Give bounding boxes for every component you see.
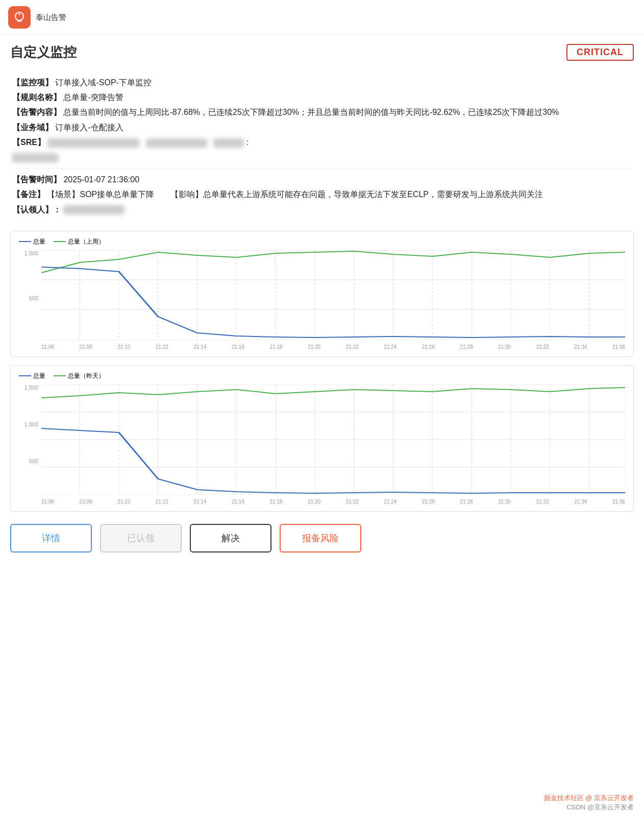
- divider1: [12, 168, 632, 169]
- chart2-legend-yesterday-label: 总量（昨天）: [68, 372, 105, 380]
- alert-content-label: 【告警内容】: [12, 108, 61, 116]
- chart2-container: 总量 总量（昨天） 1,500 1,000 500: [10, 365, 634, 512]
- legend-blue-line: [19, 241, 31, 242]
- legend2-green-line: [54, 375, 66, 376]
- action-buttons-row: 详情 已认领 解决 报备风险: [10, 524, 634, 552]
- remark-label: 【备注】: [12, 190, 45, 199]
- svg-point-1: [19, 14, 20, 15]
- main-content: 自定义监控 CRITICAL 【监控项】 订单接入域-SOP-下单监控 【规则名…: [0, 35, 644, 818]
- remark-value: 【场景】SOP接单总单量下降 【影响】总单量代表上游系统可能存在问题，导致单据无…: [47, 190, 543, 199]
- chart1-y-labels: 1,000 500: [19, 250, 41, 340]
- sre-label: 【SRE】: [12, 138, 45, 147]
- remark-line: 【备注】 【场景】SOP接单总单量下降 【影响】总单量代表上游系统可能存在问题，…: [12, 187, 632, 201]
- sre-value-blurred: [47, 138, 139, 148]
- chart2-svg: [41, 384, 625, 495]
- chart1-legend-total-label: 总量: [33, 237, 45, 246]
- chart1-legend-last-week-label: 总量（上周）: [68, 237, 105, 246]
- resolve-button[interactable]: 解决: [190, 524, 271, 552]
- legend-green-line: [54, 241, 66, 242]
- sre-value-blurred4: [12, 153, 58, 162]
- claimed-button[interactable]: 已认领: [100, 524, 182, 552]
- rule-name-line: 【规则名称】 总单量-突降告警: [12, 90, 632, 104]
- header: 泰山告警: [0, 0, 644, 35]
- claimer-line: 【认领人】：: [12, 203, 632, 216]
- monitor-item-label: 【监控项】: [12, 78, 53, 87]
- svg-point-0: [15, 12, 23, 20]
- sre-line2: [12, 150, 632, 164]
- footer-watermark: 掘金技术社区 @ 京东云开发者 CSDN @京东云开发者: [544, 793, 634, 812]
- claimer-value-blurred: [63, 205, 125, 214]
- legend2-blue-line: [19, 375, 31, 376]
- chart1-x-labels: 21:06 21:08 21:10 21:12 21:14 21:16 21:1…: [41, 342, 625, 352]
- chart2-y-labels: 1,500 1,000 500: [19, 384, 41, 495]
- biz-domain-value: 订单接入-仓配接入: [55, 123, 123, 132]
- page-title: 自定义监控: [10, 43, 77, 61]
- monitor-item-value: 订单接入域-SOP-下单监控: [55, 78, 151, 87]
- chart1-area: 1,000 500: [19, 250, 625, 352]
- chart1-legend: 总量 总量（上周）: [19, 237, 625, 246]
- detail-button[interactable]: 详情: [10, 524, 92, 552]
- chart1-container: 总量 总量（上周） 1,000 500: [10, 231, 634, 357]
- sre-value-blurred2: [146, 138, 207, 148]
- chart1-legend-last-week: 总量（上周）: [54, 237, 105, 246]
- chart2-area: 1,500 1,000 500: [19, 384, 625, 507]
- alert-time-label: 【告警时间】: [12, 175, 61, 184]
- alert-time-value: 2025-01-07 21:36:00: [63, 175, 139, 184]
- rule-label: 【规则名称】: [12, 93, 61, 102]
- claimer-label: 【认领人】：: [12, 205, 61, 214]
- sre-line: 【SRE】 :: [12, 135, 632, 149]
- title-row: 自定义监控 CRITICAL: [10, 43, 634, 61]
- chart2-legend-total-label: 总量: [33, 372, 45, 380]
- info-section: 【监控项】 订单接入域-SOP-下单监控 【规则名称】 总单量-突降告警 【告警…: [10, 70, 634, 223]
- biz-domain-line: 【业务域】 订单接入-仓配接入: [12, 121, 632, 134]
- monitor-item-line: 【监控项】 订单接入域-SOP-下单监控: [12, 76, 632, 89]
- chart2-x-labels: 21:06 21:08 21:10 21:12 21:14 21:16 21:1…: [41, 497, 625, 507]
- chart2-legend-total: 总量: [19, 372, 45, 380]
- chart1-svg: [41, 250, 625, 340]
- chart2-legend: 总量 总量（昨天）: [19, 372, 625, 380]
- app-logo: [8, 6, 31, 29]
- footer-line1: 掘金技术社区 @ 京东云开发者: [544, 793, 634, 803]
- chart1-legend-total: 总量: [19, 237, 45, 246]
- chart2-legend-yesterday: 总量（昨天）: [54, 372, 105, 380]
- report-risk-button[interactable]: 报备风险: [280, 524, 361, 552]
- critical-badge: CRITICAL: [566, 44, 634, 61]
- rule-value: 总单量-突降告警: [63, 93, 123, 102]
- app-name: 泰山告警: [36, 13, 66, 22]
- alert-content-line: 【告警内容】 总量当前时间的值与上周同比-87.68%，已连续25次下降超过30…: [12, 105, 632, 119]
- footer-line2: CSDN @京东云开发者: [544, 803, 634, 812]
- alert-content-value: 总量当前时间的值与上周同比-87.68%，已连续25次下降超过30%；并且总量当…: [63, 108, 559, 116]
- alert-time-line: 【告警时间】 2025-01-07 21:36:00: [12, 173, 632, 186]
- biz-domain-label: 【业务域】: [12, 123, 53, 132]
- sre-value-blurred3: [213, 138, 244, 148]
